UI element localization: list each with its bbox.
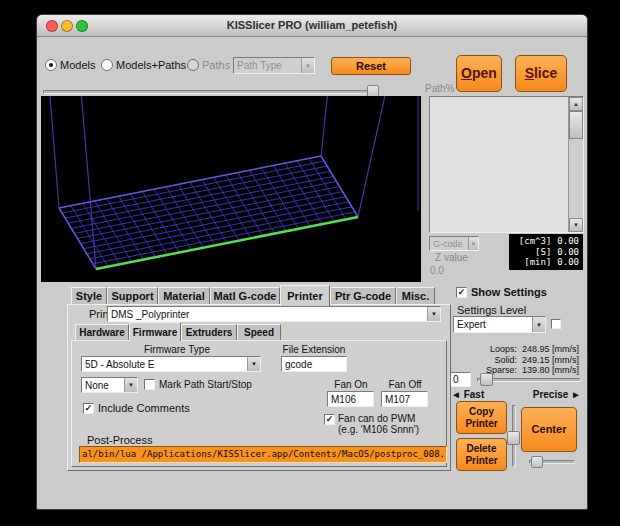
- mark-path-dropdown[interactable]: None ▼: [81, 377, 138, 393]
- chevron-down-icon: ▼: [427, 307, 440, 321]
- tab-style[interactable]: Style: [71, 287, 107, 304]
- fan-on-label: Fan On: [327, 379, 375, 390]
- include-comments-label: Include Comments: [98, 402, 190, 414]
- sparse-speed: Sparse: 139.80 [mm/s]: [457, 365, 579, 376]
- readout-value: 0.00: [557, 257, 579, 268]
- speed-stats: Loops: 248.95 [mm/s] Solid: 249.15 [mm/s…: [457, 344, 579, 376]
- quality-value-input[interactable]: [449, 372, 471, 387]
- mark-path-checkbox[interactable]: [144, 379, 155, 390]
- show-settings-label: Show Settings: [471, 286, 547, 298]
- show-settings-checkbox[interactable]: ✓: [456, 287, 467, 298]
- fan-pwm-checkbox[interactable]: ✓: [324, 414, 335, 425]
- center-button[interactable]: Center: [521, 407, 577, 452]
- chevron-down-icon: ▼: [468, 237, 478, 250]
- gcode-dropdown: G-code ▼: [429, 236, 479, 251]
- radio-paths: [187, 59, 199, 71]
- chevron-down-icon: ▼: [247, 357, 260, 371]
- printer-dropdown[interactable]: DMS _Polyprinter ▼: [107, 306, 441, 322]
- readout-label: [cm^3]: [519, 236, 552, 247]
- firmware-type-dropdown[interactable]: 5D - Absolute E ▼: [81, 356, 261, 372]
- firmware-type-value: 5D - Absolute E: [82, 358, 247, 371]
- tab-printer[interactable]: Printer: [280, 285, 330, 306]
- z-value-label: Z value: [435, 252, 468, 263]
- app-window: KISSlicer PRO (william_petefish) Models …: [36, 14, 588, 510]
- settings-level-value: Expert: [454, 318, 532, 331]
- z-value: 0.0: [430, 265, 444, 276]
- chevron-down-icon: ▼: [124, 378, 137, 392]
- chevron-down-icon: ▼: [301, 58, 314, 73]
- reset-button[interactable]: Reset: [331, 57, 411, 75]
- subtab-extruders[interactable]: Extruders: [181, 324, 237, 340]
- mark-path-value: None: [82, 379, 124, 392]
- path-slider-track: [43, 90, 379, 94]
- zoom-button[interactable]: [76, 20, 88, 32]
- settings-level-label: Settings Level: [457, 304, 526, 316]
- minimize-button[interactable]: [61, 20, 73, 32]
- scroll-up-icon[interactable]: ▲: [569, 97, 583, 111]
- file-extension-label: File Extension: [277, 344, 351, 355]
- include-comments-checkbox[interactable]: ✓: [83, 403, 94, 414]
- close-button[interactable]: [46, 20, 58, 32]
- radio-models-paths[interactable]: [101, 59, 113, 71]
- estimate-readout: [cm^3]0.00 [S]0.00 [min]0.00: [509, 234, 583, 270]
- loops-speed: Loops: 248.95 [mm/s]: [457, 344, 579, 355]
- print-bed-wireframe: [41, 96, 421, 282]
- vertical-slider-handle[interactable]: [507, 431, 520, 445]
- check-icon: ✓: [458, 287, 466, 297]
- copy-printer-button[interactable]: Copy Printer: [456, 401, 507, 434]
- radio-models[interactable]: [45, 59, 57, 71]
- scroll-down-icon[interactable]: ▼: [569, 218, 583, 232]
- fast-label: ◄ Fast: [451, 389, 484, 400]
- check-icon: ✓: [326, 414, 334, 424]
- scrollbar-thumb[interactable]: [569, 111, 583, 139]
- tab-material[interactable]: Material: [158, 287, 210, 304]
- open-button[interactable]: Open: [456, 55, 502, 92]
- gcode-value: G-code: [430, 238, 468, 250]
- fan-pwm-label-line2: (e.g. 'M106 Snnn'): [338, 424, 419, 435]
- settings-level-lock-checkbox[interactable]: [551, 319, 561, 329]
- tab-matl-gcode[interactable]: Matl G-code: [210, 287, 280, 304]
- fan-on-input[interactable]: [327, 391, 374, 407]
- subtab-hardware[interactable]: Hardware: [75, 324, 129, 340]
- file-extension-input[interactable]: [281, 356, 347, 372]
- path-pct-label: Path%: [425, 83, 454, 94]
- mark-path-label: Mark Path Start/Stop: [159, 379, 252, 390]
- titlebar[interactable]: KISSlicer PRO (william_petefish): [37, 15, 587, 37]
- list-scrollbar[interactable]: ▲ ▼: [568, 97, 583, 232]
- window-title: KISSlicer PRO (william_petefish): [37, 15, 587, 36]
- fan-off-label: Fan Off: [381, 379, 429, 390]
- readout-label: [min]: [524, 257, 551, 268]
- radio-models-paths-label: Models+Paths: [116, 59, 186, 71]
- small-slider-handle[interactable]: [531, 456, 543, 468]
- readout-value: 0.00: [557, 247, 579, 258]
- tab-support[interactable]: Support: [107, 287, 158, 304]
- chevron-down-icon: ▼: [532, 317, 545, 332]
- fan-pwm-label: Fan can do PWM: [338, 413, 415, 424]
- path-type-dropdown: Path Type ▼: [233, 57, 315, 74]
- subtab-firmware[interactable]: Firmware: [129, 322, 181, 341]
- precise-label: Precise ►: [517, 389, 581, 400]
- radio-models-label: Models: [60, 59, 95, 71]
- firmware-type-label: Firmware Type: [121, 344, 233, 355]
- post-process-label: Post-Process: [87, 434, 152, 446]
- tab-ptr-gcode[interactable]: Ptr G-code: [330, 287, 396, 304]
- delete-printer-button[interactable]: Delete Printer: [456, 438, 507, 471]
- subtab-speed[interactable]: Speed: [237, 324, 281, 340]
- model-viewport[interactable]: [41, 96, 421, 282]
- path-type-value: Path Type: [234, 59, 301, 72]
- quality-slider-handle[interactable]: [480, 373, 493, 386]
- settings-level-dropdown[interactable]: Expert ▼: [453, 316, 546, 333]
- printer-value: DMS _Polyprinter: [108, 308, 427, 321]
- check-icon: ✓: [85, 403, 93, 413]
- post-process-input[interactable]: al/bin/lua /Applications/KISSlicer.app/C…: [79, 446, 447, 463]
- tab-misc[interactable]: Misc.: [396, 287, 435, 304]
- fan-off-input[interactable]: [381, 391, 428, 407]
- solid-speed: Solid: 249.15 [mm/s]: [457, 355, 579, 366]
- slice-button[interactable]: Slice: [515, 55, 567, 92]
- path-list-box[interactable]: ▲ ▼: [429, 96, 584, 233]
- readout-label: [S]: [535, 247, 551, 258]
- readout-value: 0.00: [557, 236, 579, 247]
- radio-paths-label: Paths: [202, 59, 230, 71]
